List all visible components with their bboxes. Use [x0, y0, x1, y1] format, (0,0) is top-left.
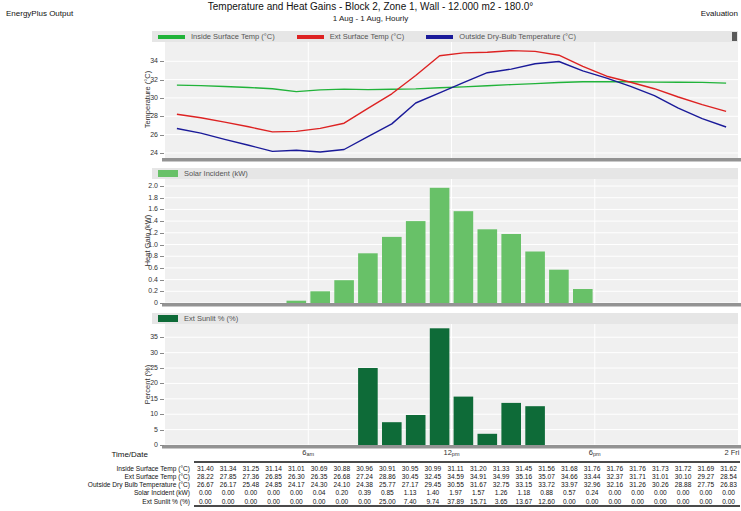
- table-value-cell: 32.37: [604, 473, 627, 480]
- table-value-cell: 31.56: [535, 465, 558, 472]
- table-value-cell: 26.35: [308, 473, 331, 480]
- table-value-cell: 31.14: [262, 465, 285, 472]
- table-value-cell: 0.00: [581, 498, 604, 505]
- table-value-cell: 24.10: [331, 481, 354, 488]
- table-value-cell: 33.15: [513, 481, 536, 488]
- table-value-cell: 34.99: [490, 473, 513, 480]
- y-tick-mark: [160, 383, 164, 384]
- table-value-cell: 27.17: [399, 481, 422, 488]
- table-value-cell: 3.65: [490, 498, 513, 505]
- y-tick-mark: [160, 430, 164, 431]
- y-tick-label: 30: [132, 349, 158, 356]
- table-value-cell: 31.33: [490, 465, 513, 472]
- y-tick-mark: [160, 445, 164, 446]
- table-value-cell: 29.45: [422, 481, 445, 488]
- table-row-solar-incident-kw: Solar Incident (kW)0.000.000.000.000.000…: [0, 489, 740, 497]
- table-value-cell: 31.25: [240, 465, 263, 472]
- y-tick-mark: [160, 221, 164, 222]
- bar-solar-incident-kw: [478, 229, 498, 303]
- bar-solar-incident-kw: [358, 253, 378, 303]
- y-tick-mark: [160, 256, 164, 257]
- table-value-cell: 9.74: [422, 498, 445, 505]
- table-value-cell: 0.00: [285, 489, 308, 496]
- y-tick-mark: [160, 414, 164, 415]
- bar-ext-sunlit: [406, 415, 426, 445]
- bar-solar-incident-kw: [573, 289, 593, 303]
- table-value-cell: 0.00: [672, 498, 695, 505]
- table-value-cell: 0.85: [376, 489, 399, 496]
- y-tick-label: 0.2: [132, 287, 158, 294]
- table-value-cell: 0.00: [626, 489, 649, 496]
- table-value-cell: 7.40: [399, 498, 422, 505]
- table-value-cell: 1.18: [513, 489, 536, 496]
- table-value-cell: 31.11: [444, 465, 467, 472]
- table-value-cell: 0.00: [695, 498, 718, 505]
- y-tick-label: 30: [132, 94, 158, 101]
- y-tick-mark: [160, 303, 164, 304]
- table-value-cell: 1.13: [399, 489, 422, 496]
- table-value-cell: 30.88: [331, 465, 354, 472]
- table-value-cell: 31.76: [581, 465, 604, 472]
- bar-ext-sunlit: [430, 328, 450, 445]
- table-value-cell: 1.26: [490, 489, 513, 496]
- table-value-cell: 31.71: [626, 473, 649, 480]
- y-tick-label: 20: [132, 379, 158, 386]
- table-value-cell: 32.96: [581, 481, 604, 488]
- bar-solar-incident-kw: [525, 252, 545, 304]
- legend-label: Outside Dry-Bulb Temperature (°C): [459, 32, 576, 41]
- y-tick-label: 1.6: [132, 205, 158, 212]
- x-tick-label-2-fri: 2 Fri: [725, 448, 740, 457]
- table-value-cell: 31.67: [467, 481, 490, 488]
- legend-swatch-outside-dry-bulb-temperature-c: [426, 35, 453, 39]
- table-value-cell: 30.69: [308, 465, 331, 472]
- table-row-label: Outside Dry Bulb Temperature (°C): [0, 481, 194, 488]
- bar-solar-incident-kw: [501, 234, 521, 303]
- y-tick-label: 34: [132, 57, 158, 64]
- table-value-cell: 34.66: [558, 473, 581, 480]
- table-value-cell: 34.59: [444, 473, 467, 480]
- chart-2-legend: Ext Sunlit % (%): [152, 313, 738, 324]
- table-row-outside-dry-bulb-temperature-c: Outside Dry Bulb Temperature (°C)26.6726…: [0, 481, 740, 489]
- bar-solar-incident-kw: [310, 291, 330, 303]
- bar-solar-incident-kw: [406, 221, 426, 303]
- y-tick-mark: [160, 61, 164, 62]
- table-value-cell: 27.36: [240, 473, 263, 480]
- bar-ext-sunlit: [358, 368, 378, 445]
- table-value-cell: 28.88: [672, 481, 695, 488]
- page-subtitle: 1 Aug - 1 Aug, Hourly: [0, 14, 741, 23]
- y-tick-mark: [160, 268, 164, 269]
- table-value-cell: 26.85: [262, 473, 285, 480]
- table-value-cell: 28.86: [376, 473, 399, 480]
- plot-temperature-c: [165, 42, 738, 158]
- plot-percent: [165, 324, 738, 445]
- x-tick-meridiem: pm: [593, 451, 601, 457]
- table-value-cell: 31.62: [717, 465, 740, 472]
- table-value-cell: 31.26: [626, 481, 649, 488]
- table-value-cell: 30.95: [399, 465, 422, 472]
- y-tick-label: 10: [132, 410, 158, 417]
- table-value-cell: 13.67: [513, 498, 536, 505]
- table-value-cell: 0.00: [240, 498, 263, 505]
- table-value-cell: 37.89: [444, 498, 467, 505]
- table-value-cell: 0.00: [717, 498, 740, 505]
- table-value-cell: 35.07: [535, 473, 558, 480]
- x-tick-meridiem: pm: [452, 451, 460, 457]
- table-value-cell: 27.85: [217, 473, 240, 480]
- table-value-cell: 0.00: [717, 489, 740, 496]
- legend-label: Inside Surface Temp (°C): [191, 32, 275, 41]
- table-value-cell: 30.55: [444, 481, 467, 488]
- y-tick-mark: [160, 186, 164, 187]
- table-value-cell: 28.54: [717, 473, 740, 480]
- table-value-cell: 0.24: [581, 489, 604, 496]
- table-value-cell: 25.77: [376, 481, 399, 488]
- y-tick-label: 26: [132, 131, 158, 138]
- legend-swatch-inside-surface-temp-c: [158, 35, 185, 39]
- table-value-cell: 0.00: [194, 489, 217, 496]
- table-value-cell: 26.83: [717, 481, 740, 488]
- legend-scrollbar-handle[interactable]: [732, 32, 737, 41]
- y-tick-label: 32: [132, 76, 158, 83]
- table-row-label: Solar Incident (kW): [0, 489, 194, 496]
- table-value-cell: 0.00: [217, 498, 240, 505]
- table-top-rule: [194, 461, 740, 463]
- table-value-cell: 30.45: [399, 473, 422, 480]
